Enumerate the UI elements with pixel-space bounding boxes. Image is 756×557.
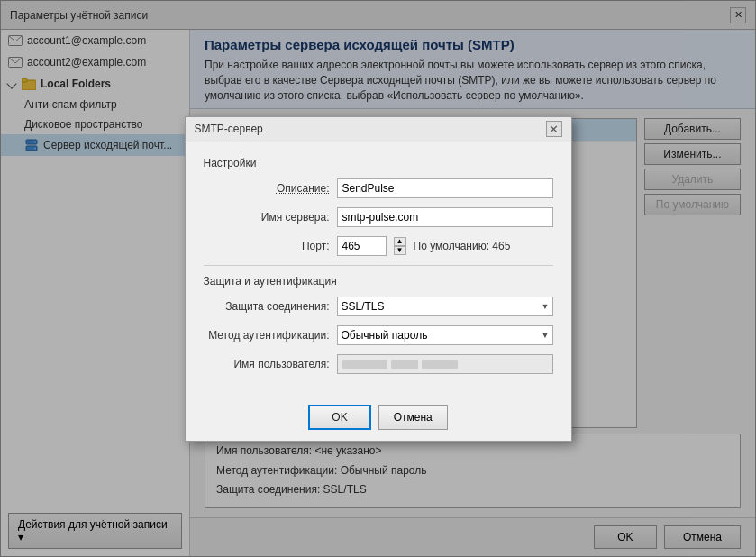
- port-up-button[interactable]: ▲: [394, 237, 406, 246]
- port-group: ▲ ▼ По умолчанию: 465: [337, 236, 511, 256]
- connection-select-wrapper: Нет STARTTLS SSL/TLS ▼: [337, 297, 553, 316]
- username-field[interactable]: [337, 354, 553, 374]
- modal-body: Настройки Описание: Имя сервера: Порт: ▲…: [186, 142, 571, 397]
- security-section-title: Защита и аутентификация: [204, 275, 553, 288]
- modal-ok-button[interactable]: OK: [308, 405, 370, 430]
- username-placeholder-blocks: [342, 360, 458, 369]
- default-port-label: По умолчанию: 465: [414, 240, 511, 252]
- separator: [204, 265, 553, 266]
- block3: [422, 360, 458, 369]
- username-row: Имя пользователя:: [204, 354, 553, 374]
- smtp-dialog: SMTP-сервер ✕ Настройки Описание: Имя се…: [185, 116, 572, 442]
- modal-title-bar: SMTP-сервер ✕: [186, 117, 571, 142]
- modal-cancel-button[interactable]: Отмена: [378, 405, 448, 430]
- username-label: Имя пользователя:: [204, 358, 330, 370]
- server-name-input[interactable]: [337, 207, 553, 227]
- port-spinner: ▲ ▼: [394, 237, 406, 255]
- block1: [342, 360, 387, 369]
- modal-close-icon[interactable]: ✕: [546, 121, 562, 137]
- modal-footer: OK Отмена: [186, 397, 571, 441]
- description-row: Описание:: [204, 178, 553, 198]
- auth-select-wrapper: Нет Обычный пароль Зашифрованный пароль …: [337, 325, 553, 345]
- port-down-button[interactable]: ▼: [394, 246, 406, 255]
- auth-method-row: Метод аутентификации: Нет Обычный пароль…: [204, 325, 553, 345]
- modal-title: SMTP-сервер: [195, 123, 263, 135]
- description-input[interactable]: [337, 178, 553, 198]
- block2: [391, 360, 418, 369]
- modal-overlay: SMTP-сервер ✕ Настройки Описание: Имя се…: [0, 0, 756, 557]
- connection-select[interactable]: Нет STARTTLS SSL/TLS: [337, 297, 553, 316]
- port-input[interactable]: [337, 236, 387, 256]
- server-name-row: Имя сервера:: [204, 207, 553, 227]
- description-label: Описание:: [204, 182, 330, 195]
- server-name-label: Имя сервера:: [204, 211, 330, 224]
- connection-security-row: Защита соединения: Нет STARTTLS SSL/TLS …: [204, 297, 553, 316]
- settings-section-title: Настройки: [204, 157, 553, 169]
- auth-select[interactable]: Нет Обычный пароль Зашифрованный пароль …: [337, 325, 553, 345]
- port-label: Порт:: [204, 240, 330, 252]
- port-row: Порт: ▲ ▼ По умолчанию: 465: [204, 236, 553, 256]
- connection-security-label: Защита соединения:: [204, 300, 330, 313]
- auth-method-label: Метод аутентификации:: [204, 329, 330, 342]
